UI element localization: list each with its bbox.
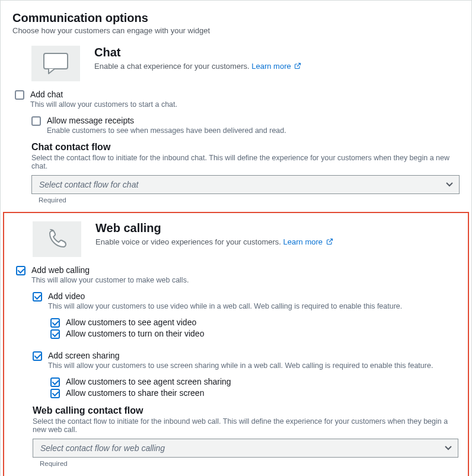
add-video-checkbox[interactable] (33, 292, 42, 302)
add-video-label: Add video (48, 291, 402, 301)
message-receipts-checkbox[interactable] (31, 116, 41, 126)
chat-learn-more-link[interactable]: Learn more (251, 62, 301, 71)
page-subtitle: Choose how your customers can engage wit… (12, 26, 460, 35)
chat-section-header: Chat Enable a chat experience for your c… (31, 46, 460, 81)
add-screen-checkbox[interactable] (33, 351, 42, 361)
add-chat-sub: This will allow your customers to start … (30, 100, 177, 109)
video-agent-checkbox[interactable] (50, 318, 60, 328)
web-calling-learn-more-link[interactable]: Learn more (283, 237, 333, 246)
web-flow-placeholder: Select contact flow for web calling (40, 443, 165, 453)
chat-flow-sub: Select the contact flow to initiate for … (31, 154, 460, 170)
screen-opt1-label: Allow customers to see agent screen shar… (66, 377, 231, 386)
web-flow-title: Web calling contact flow (33, 405, 458, 416)
web-calling-highlight: Web calling Enable voice or video experi… (3, 212, 469, 476)
add-chat-label: Add chat (30, 90, 177, 99)
add-video-sub: This will allow your customers to use vi… (48, 302, 402, 310)
chat-icon (31, 46, 80, 81)
chat-flow-select[interactable]: Select contact flow for chat (31, 175, 460, 194)
web-flow-section: Web calling contact flow Select the cont… (33, 405, 458, 467)
chat-title: Chat (94, 46, 301, 59)
chat-flow-placeholder: Select contact flow for chat (39, 180, 138, 189)
caret-down-icon (446, 182, 453, 187)
screen-agent-checkbox[interactable] (50, 377, 60, 387)
add-screen-sub: This will allow your customers to use sc… (48, 361, 433, 370)
add-web-calling-checkbox[interactable] (16, 266, 25, 275)
caret-down-icon (445, 446, 452, 450)
screen-opt1-row: Allow customers to see agent screen shar… (50, 377, 458, 387)
phone-icon (33, 221, 81, 257)
web-flow-select[interactable]: Select contact flow for web calling (33, 439, 458, 458)
add-screen-label: Add screen sharing (48, 351, 433, 360)
video-opt1-row: Allow customers to see agent video (50, 318, 458, 328)
screen-opt2-row: Allow customers to share their screen (50, 388, 458, 398)
web-flow-sub: Select the contact flow to initiate for … (33, 417, 458, 434)
video-customer-checkbox[interactable] (50, 329, 60, 339)
chat-flow-section: Chat contact flow Select the contact flo… (31, 142, 460, 204)
chat-flow-required: Required (39, 196, 460, 204)
add-video-row: Add video This will allow your customers… (33, 291, 458, 310)
chat-desc: Enable a chat experience for your custom… (94, 62, 250, 71)
add-screen-row: Add screen sharing This will allow your … (33, 351, 458, 370)
add-chat-checkbox[interactable] (15, 90, 24, 100)
svg-rect-0 (44, 53, 68, 69)
message-receipts-label: Allow message receipts (47, 116, 286, 125)
web-calling-title: Web calling (95, 221, 333, 235)
chat-flow-title: Chat contact flow (31, 142, 460, 153)
add-web-calling-sub: This will allow your customer to make we… (31, 276, 189, 284)
screen-opt2-label: Allow customers to share their screen (66, 388, 204, 398)
video-opt2-row: Allow customers to turn on their video (50, 329, 458, 339)
web-calling-desc: Enable voice or video experiences for yo… (95, 237, 281, 246)
add-web-calling-label: Add web calling (31, 265, 189, 275)
screen-customer-checkbox[interactable] (50, 389, 60, 398)
message-receipts-sub: Enable customers to see when messages ha… (47, 126, 286, 135)
add-web-calling-row: Add web calling This will allow your cus… (16, 265, 458, 284)
message-receipts-row: Allow message receipts Enable customers … (31, 116, 460, 135)
video-opt1-label: Allow customers to see agent video (66, 318, 196, 327)
web-calling-section-header: Web calling Enable voice or video experi… (33, 221, 458, 257)
video-opt2-label: Allow customers to turn on their video (66, 329, 204, 338)
page-title: Communication options (12, 11, 460, 25)
add-chat-row: Add chat This will allow your customers … (15, 90, 460, 109)
communication-options-panel: Communication options Choose how your cu… (0, 0, 472, 476)
web-flow-required: Required (40, 460, 458, 467)
